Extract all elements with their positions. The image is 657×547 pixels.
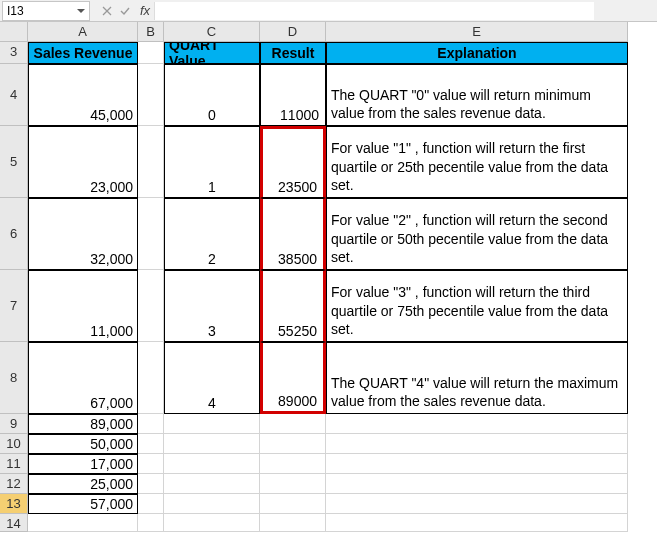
cell-a5[interactable]: 23,000 bbox=[28, 126, 138, 198]
cell-b6[interactable] bbox=[138, 198, 164, 270]
row-head-7[interactable]: 7 bbox=[0, 270, 28, 342]
cell-e8[interactable]: The QUART "4" value will return the maxi… bbox=[326, 342, 628, 414]
col-head-a[interactable]: A bbox=[28, 22, 138, 42]
cell-d12[interactable] bbox=[260, 474, 326, 494]
cell-b14[interactable] bbox=[138, 514, 164, 532]
cell-d14[interactable] bbox=[260, 514, 326, 532]
select-all-corner[interactable] bbox=[0, 22, 28, 42]
row-head-14[interactable]: 14 bbox=[0, 514, 28, 532]
cell-b3[interactable] bbox=[138, 42, 164, 64]
cell-c5[interactable]: 1 bbox=[164, 126, 260, 198]
header-quart-value[interactable]: QUART Value bbox=[164, 42, 260, 64]
row-head-11[interactable]: 11 bbox=[0, 454, 28, 474]
cell-c9[interactable] bbox=[164, 414, 260, 434]
cell-b5[interactable] bbox=[138, 126, 164, 198]
cell-a6[interactable]: 32,000 bbox=[28, 198, 138, 270]
row-head-3[interactable]: 3 bbox=[0, 42, 28, 64]
cell-d4[interactable]: 11000 bbox=[260, 64, 326, 126]
cell-b10[interactable] bbox=[138, 434, 164, 454]
cell-b8[interactable] bbox=[138, 342, 164, 414]
row-head-8[interactable]: 8 bbox=[0, 342, 28, 414]
header-result[interactable]: Result bbox=[260, 42, 326, 64]
chevron-down-icon[interactable] bbox=[77, 9, 85, 13]
row-head-5[interactable]: 5 bbox=[0, 126, 28, 198]
cell-c13[interactable] bbox=[164, 494, 260, 514]
cell-d11[interactable] bbox=[260, 454, 326, 474]
cell-e5[interactable]: For value "1" , function will return the… bbox=[326, 126, 628, 198]
cell-b12[interactable] bbox=[138, 474, 164, 494]
row-head-12[interactable]: 12 bbox=[0, 474, 28, 494]
formula-input[interactable] bbox=[154, 2, 594, 20]
cell-d10[interactable] bbox=[260, 434, 326, 454]
cell-a9[interactable]: 89,000 bbox=[28, 414, 138, 434]
cell-c12[interactable] bbox=[164, 474, 260, 494]
cell-a13[interactable]: 57,000 bbox=[28, 494, 138, 514]
cell-b9[interactable] bbox=[138, 414, 164, 434]
cell-a7[interactable]: 11,000 bbox=[28, 270, 138, 342]
cell-b11[interactable] bbox=[138, 454, 164, 474]
col-head-d[interactable]: D bbox=[260, 22, 326, 42]
cell-e6[interactable]: For value "2" , function will return the… bbox=[326, 198, 628, 270]
cell-a4[interactable]: 45,000 bbox=[28, 64, 138, 126]
cell-a8[interactable]: 67,000 bbox=[28, 342, 138, 414]
cell-c8[interactable]: 4 bbox=[164, 342, 260, 414]
cell-a11[interactable]: 17,000 bbox=[28, 454, 138, 474]
col-head-e[interactable]: E bbox=[326, 22, 628, 42]
header-explanation[interactable]: Explanation bbox=[326, 42, 628, 64]
cell-d9[interactable] bbox=[260, 414, 326, 434]
cell-c7[interactable]: 3 bbox=[164, 270, 260, 342]
cell-c11[interactable] bbox=[164, 454, 260, 474]
name-box[interactable]: I13 bbox=[2, 1, 90, 21]
row-head-9[interactable]: 9 bbox=[0, 414, 28, 434]
formula-bar-row: I13 fx bbox=[0, 0, 657, 22]
cell-d5[interactable]: 23500 bbox=[260, 126, 326, 198]
cell-c14[interactable] bbox=[164, 514, 260, 532]
cell-b7[interactable] bbox=[138, 270, 164, 342]
cell-d8[interactable]: 89000 bbox=[260, 342, 326, 414]
fx-group: fx bbox=[98, 2, 594, 20]
cancel-icon[interactable] bbox=[98, 2, 116, 20]
name-box-value: I13 bbox=[7, 4, 24, 18]
cell-e7[interactable]: For value "3" , function will return the… bbox=[326, 270, 628, 342]
col-head-b[interactable]: B bbox=[138, 22, 164, 42]
cell-e13[interactable] bbox=[326, 494, 628, 514]
row-head-10[interactable]: 10 bbox=[0, 434, 28, 454]
cell-a10[interactable]: 50,000 bbox=[28, 434, 138, 454]
cell-b13[interactable] bbox=[138, 494, 164, 514]
fx-icon[interactable]: fx bbox=[140, 3, 150, 18]
enter-icon[interactable] bbox=[116, 2, 134, 20]
row-head-13[interactable]: 13 bbox=[0, 494, 28, 514]
row-head-6[interactable]: 6 bbox=[0, 198, 28, 270]
cell-c4[interactable]: 0 bbox=[164, 64, 260, 126]
cell-d7[interactable]: 55250 bbox=[260, 270, 326, 342]
cell-d13[interactable] bbox=[260, 494, 326, 514]
cell-e12[interactable] bbox=[326, 474, 628, 494]
cell-e4[interactable]: The QUART "0" value will return minimum … bbox=[326, 64, 628, 126]
cell-e14[interactable] bbox=[326, 514, 628, 532]
cell-e10[interactable] bbox=[326, 434, 628, 454]
cell-c10[interactable] bbox=[164, 434, 260, 454]
cell-a14[interactable] bbox=[28, 514, 138, 532]
spreadsheet-grid[interactable]: A B C D E 3 Sales Revenue QUART Value Re… bbox=[0, 22, 657, 532]
cell-d6[interactable]: 38500 bbox=[260, 198, 326, 270]
cell-e9[interactable] bbox=[326, 414, 628, 434]
row-head-4[interactable]: 4 bbox=[0, 64, 28, 126]
cell-b4[interactable] bbox=[138, 64, 164, 126]
cell-e11[interactable] bbox=[326, 454, 628, 474]
header-sales-revenue[interactable]: Sales Revenue bbox=[28, 42, 138, 64]
cell-a12[interactable]: 25,000 bbox=[28, 474, 138, 494]
cell-c6[interactable]: 2 bbox=[164, 198, 260, 270]
col-head-c[interactable]: C bbox=[164, 22, 260, 42]
